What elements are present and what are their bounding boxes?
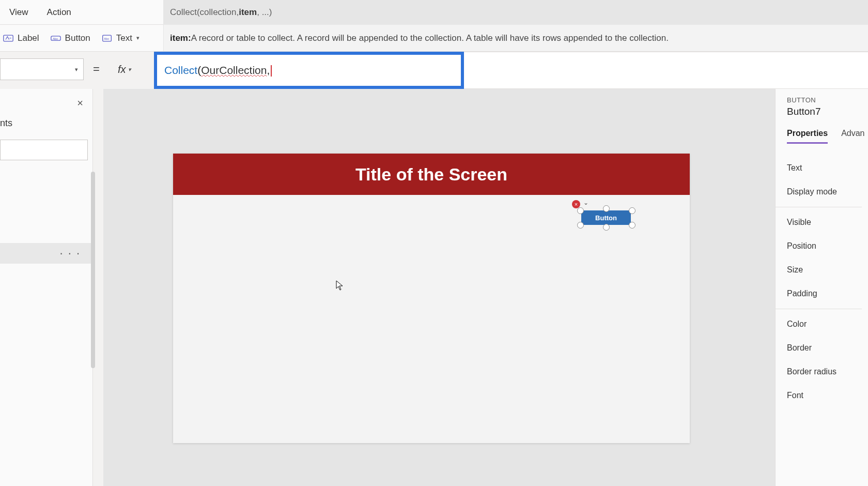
props-section: Text Display mode Visible Position Size … — [787, 156, 868, 407]
tab-action[interactable]: Action — [38, 0, 81, 25]
text-icon: Abc — [102, 33, 112, 43]
selected-control[interactable]: × ⌄ Button — [576, 206, 636, 223]
screen-title-label[interactable]: Title of the Screen — [173, 154, 690, 195]
prop-display-mode[interactable]: Display mode — [787, 180, 862, 204]
control-type-label: BUTTON — [787, 96, 868, 104]
param-name: item: — [170, 33, 191, 43]
close-icon[interactable]: × — [77, 97, 83, 109]
formula-signature-hint: Collect(collection, item , ...) — [163, 0, 868, 25]
divider — [776, 207, 862, 207]
sig-bold: item — [239, 7, 257, 18]
fn-token: Collect — [164, 64, 197, 76]
identifier-token: OurCollection — [201, 64, 267, 76]
tab-view[interactable]: View — [0, 0, 38, 25]
formula-bar[interactable]: Collect(OurCollection, — [154, 52, 464, 89]
chevron-down-icon[interactable]: ⌄ — [583, 199, 591, 206]
prop-border-radius[interactable]: Border radius — [787, 360, 862, 384]
resize-handle[interactable] — [629, 207, 636, 214]
prop-color[interactable]: Color — [787, 312, 862, 336]
tab-advanced[interactable]: Advan — [841, 129, 864, 144]
fx-button[interactable]: fx ▾ — [118, 58, 149, 80]
more-icon[interactable]: · · · — [59, 247, 81, 260]
resize-handle[interactable] — [577, 207, 584, 214]
properties-panel: BUTTON Button7 Properties Advan Text Dis… — [775, 89, 868, 486]
resize-handle[interactable] — [629, 222, 636, 229]
tree-view-panel: × nts · · · — [0, 89, 93, 486]
fx-label: fx — [118, 58, 126, 80]
prop-text[interactable]: Text — [787, 156, 862, 180]
param-help-strip: item: A record or table to collect. A re… — [163, 25, 868, 52]
equals-sign: = — [93, 58, 100, 80]
svg-text:Abc: Abc — [104, 37, 109, 40]
canvas-area: Title of the Screen × ⌄ Button — [103, 89, 775, 486]
caret-icon — [271, 65, 272, 77]
prop-visible[interactable]: Visible — [787, 210, 862, 234]
insert-button-text: Button — [65, 33, 90, 43]
prop-font[interactable]: Font — [787, 384, 862, 407]
insert-button-button[interactable]: Abc Button — [51, 33, 90, 43]
svg-rect-1 — [10, 38, 11, 38]
prop-position[interactable]: Position — [787, 234, 862, 258]
param-desc: A record or table to collect. A record w… — [191, 33, 669, 43]
chevron-down-icon: ▾ — [128, 58, 131, 80]
tree-header: nts — [0, 118, 12, 129]
cursor-arrow-icon — [336, 280, 343, 291]
sig-post: , ...) — [257, 7, 272, 18]
chevron-down-icon: ▾ — [75, 66, 78, 73]
resize-handle[interactable] — [577, 222, 584, 229]
ribbon-commands: Label Abc Button Abc Text ▾ — [0, 25, 163, 52]
prop-border[interactable]: Border — [787, 336, 862, 360]
tree-item-selected[interactable]: · · · — [0, 243, 93, 264]
tab-properties[interactable]: Properties — [787, 129, 828, 144]
control-name-label: Button7 — [787, 106, 868, 117]
search-input[interactable] — [0, 140, 88, 160]
formula-code: Collect(OurCollection, — [164, 64, 272, 77]
formula-bar-extension[interactable] — [464, 52, 868, 89]
button-icon: Abc — [51, 33, 61, 43]
chevron-down-icon: ▾ — [136, 35, 140, 41]
canvas-button[interactable]: Button — [581, 210, 631, 225]
screen-canvas[interactable]: Title of the Screen × ⌄ Button — [173, 154, 690, 443]
insert-text-button[interactable]: Abc Text ▾ — [102, 33, 140, 43]
scrollbar[interactable] — [91, 172, 95, 368]
comma-token: , — [267, 64, 270, 76]
label-icon — [3, 33, 13, 43]
svg-text:Abc: Abc — [53, 37, 58, 40]
insert-label-text: Label — [18, 33, 39, 43]
divider — [776, 309, 862, 309]
prop-size[interactable]: Size — [787, 258, 862, 282]
insert-text-text: Text — [116, 33, 132, 43]
resize-handle[interactable] — [603, 224, 610, 231]
resize-handle[interactable] — [603, 205, 610, 212]
insert-label-button[interactable]: Label — [3, 33, 39, 43]
props-tabs: Properties Advan — [787, 129, 868, 144]
sig-pre: Collect(collection, — [170, 7, 239, 18]
prop-padding[interactable]: Padding — [787, 282, 862, 306]
property-dropdown[interactable]: ▾ — [0, 58, 84, 80]
